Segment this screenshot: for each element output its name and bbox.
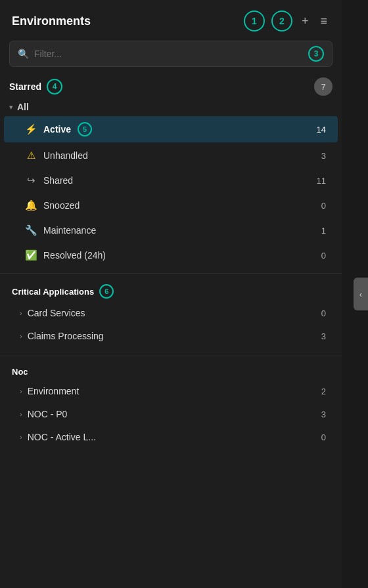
sub-item-card-services[interactable]: › Card Services 0	[4, 302, 338, 324]
starred-section-header: Starred 4 7	[0, 74, 342, 98]
environment-label: Environment	[28, 386, 80, 396]
collapse-badge-7[interactable]: 7	[314, 77, 333, 96]
nav-item-maintenance[interactable]: 🔧 Maintenance 1	[4, 219, 338, 242]
filter-input[interactable]	[34, 49, 303, 59]
noc-active-count: 0	[321, 432, 326, 442]
environment-chevron-icon: ›	[20, 387, 22, 395]
resolved-label: Resolved (24h)	[43, 250, 106, 261]
active-icon: ⚡	[25, 123, 37, 135]
noc-section: Noc › Environment 2 › NOC - P0 3 › NOC -…	[0, 362, 342, 452]
header-actions: 1 2 + ≡	[244, 10, 330, 32]
noc-label: Noc	[0, 362, 342, 379]
shared-label: Shared	[43, 175, 73, 186]
critical-apps-label: Critical Applications 6	[0, 279, 342, 301]
active-label: Active	[43, 124, 71, 135]
sidebar-title: Environments	[12, 14, 91, 28]
filter-input-wrap: 🔍 3	[9, 41, 333, 67]
noc-active-label: NOC - Active L...	[28, 432, 96, 442]
list-button[interactable]: ≡	[317, 12, 330, 31]
claims-chevron-icon: ›	[20, 332, 22, 340]
search-icon: 🔍	[18, 49, 29, 59]
unhandled-icon: ⚠	[25, 150, 37, 161]
card-services-chevron-icon: ›	[20, 309, 22, 317]
noc-p0-label: NOC - P0	[28, 409, 68, 419]
divider-2	[0, 356, 342, 356]
critical-apps-section: Critical Applications 6 › Card Services …	[0, 279, 342, 350]
card-services-label: Card Services	[28, 308, 85, 318]
snoozed-icon: 🔔	[25, 200, 37, 211]
nav-item-shared[interactable]: ↪ Shared 11	[4, 169, 338, 192]
all-group-header[interactable]: ▾ All	[0, 98, 342, 116]
environment-count: 2	[321, 387, 326, 396]
filter-badge-3[interactable]: 3	[308, 46, 324, 62]
nav-item-active[interactable]: ⚡ Active 5 14	[4, 116, 338, 142]
resolved-icon: ✅	[25, 249, 37, 261]
badge-2[interactable]: 2	[271, 10, 292, 32]
filter-bar: 🔍 3	[0, 38, 342, 74]
resolved-count: 0	[321, 251, 326, 261]
sub-item-noc-p0[interactable]: › NOC - P0 3	[4, 403, 338, 425]
badge-1[interactable]: 1	[244, 10, 265, 32]
active-item-badge-5: 5	[78, 122, 92, 136]
content-area: ‹	[342, 0, 368, 588]
starred-badge-4: 4	[47, 79, 62, 94]
maintenance-icon: 🔧	[25, 224, 37, 236]
divider-1	[0, 273, 342, 274]
sidebar-collapse-tab[interactable]: ‹	[354, 278, 368, 310]
card-services-count: 0	[321, 308, 326, 318]
noc-p0-chevron-icon: ›	[20, 410, 22, 418]
maintenance-label: Maintenance	[43, 225, 96, 236]
shared-icon: ↪	[25, 175, 37, 186]
snoozed-label: Snoozed	[43, 200, 80, 211]
sub-item-claims-processing[interactable]: › Claims Processing 3	[4, 325, 338, 347]
snoozed-count: 0	[321, 201, 326, 211]
claims-label: Claims Processing	[28, 331, 104, 341]
nav-item-snoozed[interactable]: 🔔 Snoozed 0	[4, 194, 338, 217]
nav-item-unhandled[interactable]: ⚠ Unhandled 3	[4, 144, 338, 167]
claims-count: 3	[321, 331, 326, 341]
active-count: 14	[317, 125, 326, 135]
unhandled-count: 3	[321, 151, 326, 161]
noc-active-chevron-icon: ›	[20, 433, 22, 441]
nav-item-resolved[interactable]: ✅ Resolved (24h) 0	[4, 243, 338, 267]
starred-label: Starred 4	[9, 79, 62, 94]
all-group-label: All	[17, 102, 29, 112]
sub-item-environment[interactable]: › Environment 2	[4, 380, 338, 402]
unhandled-label: Unhandled	[43, 150, 88, 161]
shared-count: 11	[317, 176, 326, 186]
critical-badge-6: 6	[99, 284, 114, 299]
noc-p0-count: 3	[321, 410, 326, 419]
maintenance-count: 1	[321, 226, 326, 236]
sidebar-header: Environments 1 2 + ≡	[0, 0, 342, 38]
sub-item-noc-active[interactable]: › NOC - Active L... 0	[4, 426, 338, 448]
all-chevron-icon: ▾	[9, 103, 13, 112]
add-button[interactable]: +	[299, 12, 311, 31]
